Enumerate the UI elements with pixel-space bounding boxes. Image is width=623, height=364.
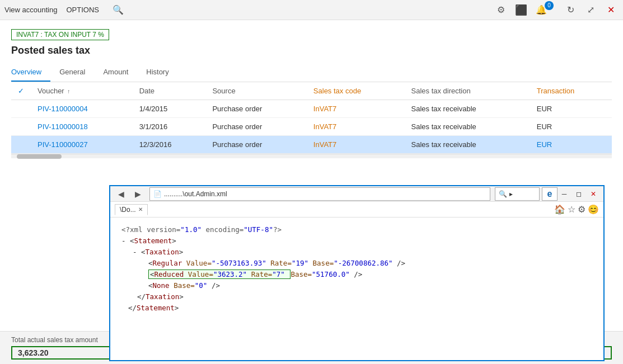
- title-bar-icons: ⚙ ⬛ 🔔 0 ↻ ⤢ ✕: [493, 2, 619, 18]
- xml-toolbar-icons: 🏠 ☆ ⚙ 😊: [554, 204, 599, 215]
- page-title: Posted sales tax: [11, 45, 612, 56]
- col-check: ✓: [11, 82, 31, 100]
- xml-home-icon[interactable]: 🏠: [554, 204, 565, 215]
- xml-tab-close[interactable]: ✕: [138, 206, 143, 212]
- xml-tab-doc[interactable]: \Do... ✕: [115, 204, 148, 215]
- row-check[interactable]: [11, 118, 31, 136]
- row-source: Purchase order: [205, 118, 306, 136]
- xml-line-4: <Regular Value="-5073163.93" Rate="19" B…: [148, 258, 592, 269]
- row-stcode: InVAT7: [307, 136, 405, 154]
- xml-popup: ◀ ▶ 📄 ..........\out.Admin.xml 🔍 ▸ e ─ ◻…: [109, 185, 605, 361]
- xml-address-bar[interactable]: 📄 ..........\out.Admin.xml: [149, 187, 490, 201]
- title-bar: View accounting OPTIONS 🔍 ⚙ ⬛ 🔔 0 ↻ ⤢ ✕: [0, 0, 623, 20]
- tab-general[interactable]: General: [50, 63, 94, 82]
- xml-addr-page-icon: 📄: [153, 190, 162, 198]
- xml-window-controls: ─ ◻ ✕: [558, 187, 600, 201]
- notification-badge: 0: [545, 1, 554, 10]
- row-date: 12/3/2016: [133, 136, 206, 154]
- table-row[interactable]: PIV-110000027 12/3/2016 Purchase order I…: [11, 136, 612, 154]
- xml-forward-button[interactable]: ▶: [130, 187, 145, 201]
- xml-content: <?xml version="1.0" encoding="UTF-8"?> -…: [110, 218, 603, 360]
- tab-history[interactable]: History: [137, 63, 177, 82]
- col-source[interactable]: Source: [205, 82, 306, 100]
- row-stcode: InVAT7: [307, 100, 405, 118]
- xml-star-icon[interactable]: ☆: [568, 204, 575, 215]
- xml-search-bar[interactable]: 🔍 ▸: [495, 187, 540, 201]
- row-stdirection: Sales tax receivable: [405, 100, 530, 118]
- xml-line-3: - <Taxation>: [133, 247, 592, 258]
- refresh-icon[interactable]: ↻: [563, 2, 578, 18]
- col-stdirection[interactable]: Sales tax direction: [405, 82, 530, 100]
- xml-smiley-icon[interactable]: 😊: [588, 204, 599, 215]
- nav-view-accounting[interactable]: View accounting: [4, 6, 57, 14]
- nav-menu: View accounting OPTIONS 🔍: [4, 4, 124, 15]
- row-transaction: EUR: [530, 136, 612, 154]
- row-check[interactable]: [11, 100, 31, 118]
- xml-line-7: </Taxation>: [137, 291, 592, 302]
- xml-minimize-button[interactable]: ─: [558, 187, 571, 201]
- data-table-container: ✓ Voucher ↑ Date Source Sales tax code S…: [11, 82, 612, 154]
- tax-tag: INVAT7 : TAX ON INPUT 7 %: [11, 29, 109, 40]
- row-voucher[interactable]: PIV-110000018: [31, 118, 133, 136]
- tabs: Overview General Amount History: [11, 63, 612, 82]
- row-voucher[interactable]: PIV-110000004: [31, 100, 133, 118]
- row-transaction: EUR: [530, 118, 612, 136]
- row-date: 3/1/2016: [133, 118, 206, 136]
- tab-amount[interactable]: Amount: [94, 63, 137, 82]
- col-date[interactable]: Date: [133, 82, 206, 100]
- xml-highlighted-line: <Reduced Value="3623.2" Rate="7": [148, 270, 291, 279]
- notification-area: 🔔 0: [533, 2, 558, 18]
- xml-line-8: </Statement>: [128, 302, 592, 314]
- settings-icon[interactable]: ⚙: [493, 2, 509, 18]
- xml-line-5: <Reduced Value="3623.2" Rate="7" Base="5…: [148, 269, 592, 280]
- check-all-icon[interactable]: ✓: [18, 87, 24, 95]
- xml-line-1: <?xml version="1.0" encoding="UTF-8"?>: [121, 224, 592, 235]
- row-date: 1/4/2015: [133, 100, 206, 118]
- col-stcode[interactable]: Sales tax code: [307, 82, 405, 100]
- row-source: Purchase order: [205, 136, 306, 154]
- xml-nav-controls: ◀ ▶ 📄 ..........\out.Admin.xml 🔍 ▸ e: [114, 187, 558, 201]
- xml-close-button[interactable]: ✕: [587, 187, 600, 201]
- sort-arrow-up: ↑: [67, 88, 70, 94]
- xml-line-6: <None Base="0" />: [148, 280, 592, 291]
- xml-line-2: - <Statement>: [121, 235, 592, 247]
- search-icon: 🔍: [113, 4, 124, 15]
- xml-addr-text: ..........\out.Admin.xml: [164, 190, 227, 198]
- row-transaction: EUR: [530, 100, 612, 118]
- col-transaction[interactable]: Transaction: [530, 82, 612, 100]
- data-table: ✓ Voucher ↑ Date Source Sales tax code S…: [11, 82, 612, 154]
- table-row[interactable]: PIV-110000004 1/4/2015 Purchase order In…: [11, 100, 612, 118]
- maximize-icon[interactable]: ⤢: [583, 2, 598, 18]
- xml-tab-bar: \Do... ✕ 🏠 ☆ ⚙ 😊: [110, 202, 603, 218]
- xml-window-controls-bar: ◀ ▶ 📄 ..........\out.Admin.xml 🔍 ▸ e ─ ◻…: [110, 186, 603, 202]
- xml-search-icon: 🔍: [499, 190, 507, 198]
- table-row[interactable]: PIV-110000018 3/1/2016 Purchase order In…: [11, 118, 612, 136]
- horizontal-scrollbar[interactable]: [11, 154, 612, 158]
- main-content: INVAT7 : TAX ON INPUT 7 % Posted sales t…: [0, 20, 623, 364]
- row-stcode: InVAT7: [307, 118, 405, 136]
- col-voucher[interactable]: Voucher ↑: [31, 82, 133, 100]
- nav-options[interactable]: OPTIONS: [66, 6, 99, 14]
- row-voucher[interactable]: PIV-110000027: [31, 136, 133, 154]
- close-icon[interactable]: ✕: [603, 2, 619, 18]
- row-check[interactable]: [11, 136, 31, 154]
- xml-restore-button[interactable]: ◻: [572, 187, 585, 201]
- tab-overview[interactable]: Overview: [11, 63, 50, 82]
- row-source: Purchase order: [205, 100, 306, 118]
- row-stdirection: Sales tax receivable: [405, 118, 530, 136]
- office-icon[interactable]: ⬛: [513, 2, 529, 18]
- xml-tab-label: \Do...: [120, 206, 136, 214]
- xml-gear-icon[interactable]: ⚙: [578, 204, 585, 215]
- row-stdirection: Sales tax receivable: [405, 136, 530, 154]
- xml-back-button[interactable]: ◀: [114, 187, 128, 201]
- xml-ie-icon: e: [542, 187, 558, 201]
